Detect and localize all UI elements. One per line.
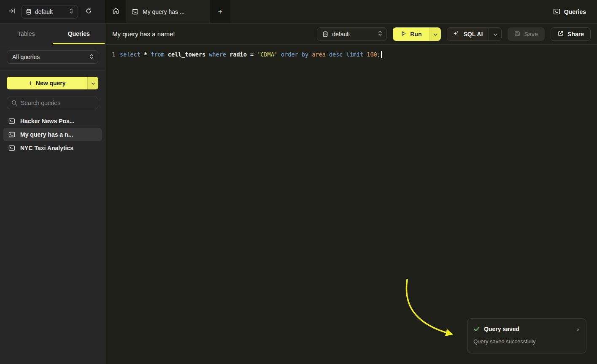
nav-queries[interactable]: Queries — [548, 0, 597, 23]
toast-header: Query saved — [473, 326, 580, 332]
code-line: 1 select * from cell_towers where radio … — [105, 50, 597, 59]
query-filter-value: All queries — [12, 54, 40, 60]
active-tab-underline — [53, 43, 105, 44]
sidebar: Tables Queries All queries + — [0, 24, 105, 364]
plus-icon: + — [218, 7, 222, 16]
refresh-button[interactable] — [83, 6, 94, 17]
chevron-down-icon — [433, 30, 438, 38]
sidebar-tab-queries[interactable]: Queries — [53, 24, 105, 44]
share-icon — [557, 30, 564, 38]
search-icon — [11, 100, 17, 106]
query-item-label: Hacker News Pos... — [20, 118, 74, 124]
database-selector-top[interactable]: default — [21, 5, 78, 19]
toast-query-saved: Query saved × Query saved successfully — [467, 318, 586, 353]
new-query-label: New query — [36, 80, 66, 86]
query-search-box — [7, 97, 98, 109]
sparkles-icon — [453, 30, 459, 38]
home-tab[interactable] — [105, 0, 126, 23]
collapse-sidebar-button[interactable] — [7, 7, 17, 17]
database-selector-header[interactable]: default — [317, 27, 387, 41]
queries-tab-label: Queries — [68, 30, 90, 37]
toast-close-button[interactable]: × — [576, 327, 580, 332]
save-button[interactable]: Save — [508, 27, 545, 41]
text-cursor — [381, 51, 382, 58]
tab-label: My query has ... — [143, 8, 185, 15]
query-icon — [8, 118, 15, 124]
share-button[interactable]: Share — [551, 27, 591, 41]
new-tab-button[interactable]: + — [210, 0, 230, 23]
toast-title: Query saved — [484, 326, 519, 332]
query-icon — [8, 131, 15, 138]
chevron-down-icon — [493, 30, 497, 38]
chevron-updown-icon — [89, 54, 94, 61]
play-icon — [401, 31, 406, 38]
sql-ai-dropdown-button[interactable] — [489, 28, 501, 40]
query-filter-section: All queries — [0, 44, 105, 70]
chevron-down-icon — [91, 79, 95, 87]
query-list-item[interactable]: Hacker News Pos... — [3, 114, 102, 128]
queries-nav-icon — [553, 8, 560, 15]
code-line-content: select * from cell_towers where radio = … — [120, 51, 381, 58]
sql-ai-button[interactable]: SQL AI — [447, 28, 489, 40]
sql-editor[interactable]: 1 select * from cell_towers where radio … — [105, 45, 597, 364]
query-icon — [8, 145, 15, 151]
database-selector-value: default — [332, 31, 350, 38]
query-toolbar: default Run — [317, 27, 591, 41]
top-bar: default — [0, 0, 597, 24]
run-dropdown-button[interactable] — [430, 27, 441, 41]
chevron-updown-icon — [378, 30, 382, 38]
tab-my-query[interactable]: My query has ... — [126, 0, 210, 23]
query-filter-select[interactable]: All queries — [7, 50, 98, 64]
query-tab-icon — [132, 8, 138, 15]
run-split-button: Run — [393, 27, 441, 41]
query-list-item-selected[interactable]: My query has a n... — [3, 128, 102, 141]
check-icon — [473, 326, 480, 332]
collapse-sidebar-icon — [8, 8, 15, 16]
search-queries-input[interactable] — [21, 100, 94, 106]
sql-ai-split-button: SQL AI — [447, 27, 502, 41]
run-label: Run — [410, 31, 421, 38]
query-actions-section: + New query — [0, 70, 105, 109]
top-bar-left: default — [0, 0, 105, 24]
new-query-split-button: + New query — [7, 77, 98, 89]
share-label: Share — [567, 31, 584, 38]
top-bar-spacer — [230, 0, 548, 23]
save-label: Save — [524, 31, 538, 38]
save-icon — [514, 30, 520, 38]
home-icon — [112, 7, 119, 16]
query-title: My query has a name! — [112, 30, 175, 38]
sidebar-tabs: Tables Queries — [0, 24, 105, 44]
database-icon — [26, 9, 32, 15]
database-icon — [322, 31, 328, 37]
chevron-updown-icon — [69, 8, 73, 15]
line-number: 1 — [105, 51, 116, 58]
query-header: My query has a name! default — [105, 24, 597, 45]
plus-icon: + — [28, 79, 32, 87]
saved-query-list: Hacker News Pos... My query has a n... N… — [0, 114, 105, 155]
tab-strip: My query has ... + — [105, 0, 230, 23]
query-item-label: My query has a n... — [20, 131, 73, 138]
refresh-icon — [85, 8, 92, 16]
tables-tab-label: Tables — [18, 30, 35, 37]
new-query-dropdown-button[interactable] — [87, 77, 98, 89]
run-button[interactable]: Run — [393, 27, 430, 41]
query-list-item[interactable]: NYC Taxi Analytics — [3, 141, 102, 155]
database-selector-value: default — [35, 8, 53, 15]
sql-ai-label: SQL AI — [463, 31, 483, 38]
new-query-button[interactable]: + New query — [7, 77, 87, 89]
nav-queries-label: Queries — [564, 8, 586, 15]
sidebar-tab-tables[interactable]: Tables — [0, 24, 53, 44]
toast-message: Query saved successfully — [473, 338, 580, 345]
top-bar-right: My query has ... + Queries — [105, 0, 597, 24]
main-panel: My query has a name! default — [105, 24, 597, 364]
query-item-label: NYC Taxi Analytics — [20, 145, 73, 151]
